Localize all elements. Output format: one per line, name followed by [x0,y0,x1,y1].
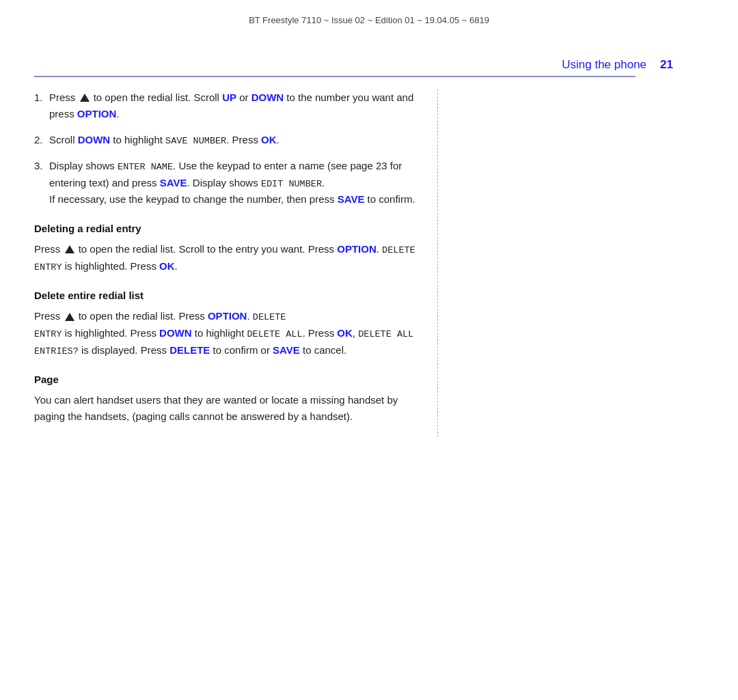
delete-all-entries-mono: DELETE ALL ENTRIES? [34,329,413,356]
step-1-content: Press to open the redial list. Scroll UP… [49,89,424,122]
step-2-num: 2. [34,132,49,149]
steps-list: 1. Press to open the redial list. Scroll… [34,89,424,208]
section-title: Using the phone [562,58,646,72]
page-header: BT Freestyle 7110 ~ Issue 02 ~ Edition 0… [0,0,738,38]
title-row: Using the phone 21 [0,38,738,76]
header-text: BT Freestyle 7110 ~ Issue 02 ~ Edition 0… [249,15,489,25]
section-heading-delete-all: Delete entire redial list [34,290,424,301]
option-text-3: OPTION [208,310,247,322]
save-text-2: SAVE [338,193,365,205]
option-text-1: OPTION [77,108,117,120]
page-number: 21 [660,58,673,72]
up-text: UP [222,92,236,103]
down-text-3: DOWN [159,327,192,339]
step-3: 3. Display shows ENTER NAME. Use the key… [34,158,424,208]
step-1-num: 1. [34,89,49,122]
save-text-3: SAVE [273,344,300,356]
step-2: 2. Scroll DOWN to highlight SAVE NUMBER.… [34,132,424,149]
edit-number-mono: EDIT NUMBER [261,179,322,189]
section-para-delete-entry: Press to open the redial list. Scroll to… [34,241,424,275]
save-number-mono: SAVE NUMBER [165,136,226,146]
ok-text-1: OK [261,134,277,145]
step-3-content: Display shows ENTER NAME. Use the keypad… [49,158,424,208]
down-text-1: DOWN [251,92,284,103]
section-para-page: You can alert handset users that they ar… [34,392,424,425]
triangle-icon-3 [65,313,74,321]
divider-row [0,76,738,77]
section-heading-delete-entry: Deleting a redial entry [34,223,424,234]
entry-mono: ENTRY [34,329,62,339]
down-text-2: DOWN [78,134,111,145]
section-heading-page: Page [34,374,424,385]
section-para-delete-all: Press to open the redial list. Press OPT… [34,308,424,359]
triangle-icon-1 [80,94,90,102]
horizontal-rule [34,76,636,77]
triangle-icon-2 [65,245,74,253]
step-3-num: 3. [34,158,49,208]
step-1: 1. Press to open the redial list. Scroll… [34,89,424,122]
delete-entry-mono-2: DELETE [253,312,286,322]
delete-all-mono: DELETE ALL [247,329,302,339]
ok-text-3: OK [337,327,353,339]
save-text-1: SAVE [160,177,187,188]
step-2-content: Scroll DOWN to highlight SAVE NUMBER. Pr… [49,132,424,149]
option-text-2: OPTION [337,243,377,255]
main-column: 1. Press to open the redial list. Scroll… [0,89,437,438]
side-column [437,89,670,438]
enter-name-mono: ENTER NAME [118,162,173,172]
content-area: 1. Press to open the redial list. Scroll… [0,89,738,438]
page-container: BT Freestyle 7110 ~ Issue 02 ~ Edition 0… [0,0,738,700]
delete-text: DELETE [169,344,210,356]
ok-text-2: OK [159,260,175,272]
